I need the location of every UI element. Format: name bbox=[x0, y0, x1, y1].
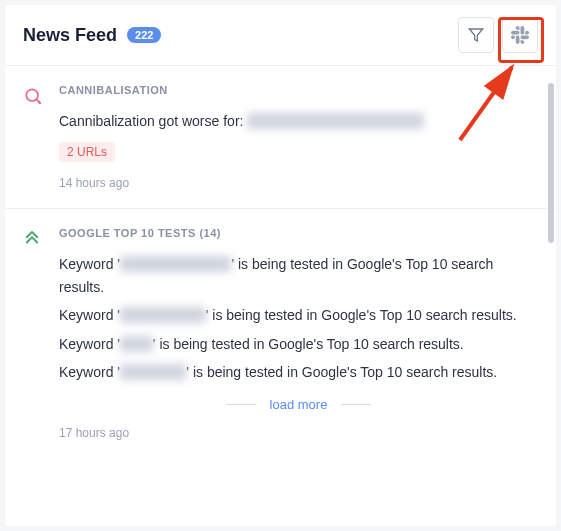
blurred-text: indexing in digital marketing bbox=[247, 113, 424, 129]
feed-item: CANNIBALISATION Cannibalization got wors… bbox=[5, 65, 556, 208]
line-prefix: Keyword ' bbox=[59, 307, 120, 323]
line-prefix: Keyword ' bbox=[59, 336, 120, 352]
slack-icon bbox=[511, 26, 529, 44]
feed-line: Keyword 'customer journey' is being test… bbox=[59, 253, 538, 298]
category-label: GOOGLE TOP 10 TESTS (14) bbox=[59, 227, 538, 239]
line-prefix: Cannibalization got worse for: bbox=[59, 113, 247, 129]
line-prefix: Keyword ' bbox=[59, 364, 120, 380]
timestamp: 14 hours ago bbox=[59, 176, 538, 190]
slack-button[interactable] bbox=[502, 17, 538, 53]
divider bbox=[226, 404, 256, 405]
line-suffix: ' is being tested in Google's Top 10 sea… bbox=[206, 307, 517, 323]
divider bbox=[341, 404, 371, 405]
filter-button[interactable] bbox=[458, 17, 494, 53]
line-suffix: ' is being tested in Google's Top 10 sea… bbox=[186, 364, 497, 380]
cannibalisation-icon bbox=[23, 84, 45, 190]
header: News Feed 222 bbox=[5, 5, 556, 65]
blurred-text: web crawlers bbox=[120, 307, 206, 323]
page-title: News Feed bbox=[23, 25, 117, 46]
feed-line: Keyword 'talcy' is being tested in Googl… bbox=[59, 333, 538, 355]
line-suffix: ' is being tested in Google's Top 10 sea… bbox=[153, 336, 464, 352]
feed-line: Keyword 'page rank' is being tested in G… bbox=[59, 361, 538, 383]
url-count-badge[interactable]: 2 URLs bbox=[59, 142, 115, 162]
load-more[interactable]: load more bbox=[59, 397, 538, 412]
line-prefix: Keyword ' bbox=[59, 256, 120, 272]
svg-marker-0 bbox=[469, 29, 482, 41]
category-label: CANNIBALISATION bbox=[59, 84, 538, 96]
timestamp: 17 hours ago bbox=[59, 426, 538, 440]
feed-line: Cannibalization got worse for: indexing … bbox=[59, 110, 538, 132]
svg-point-1 bbox=[26, 89, 38, 101]
feed-item: GOOGLE TOP 10 TESTS (14) Keyword 'custom… bbox=[5, 208, 556, 458]
blurred-text: customer journey bbox=[120, 256, 231, 272]
blurred-text: talcy bbox=[120, 336, 153, 352]
count-badge: 222 bbox=[127, 27, 161, 43]
feed-line: Keyword 'web crawlers' is being tested i… bbox=[59, 304, 538, 326]
load-more-label: load more bbox=[270, 397, 328, 412]
blurred-text: page rank bbox=[120, 364, 186, 380]
scrollbar[interactable] bbox=[548, 83, 554, 243]
filter-icon bbox=[468, 27, 484, 43]
google-tests-icon bbox=[23, 227, 45, 440]
